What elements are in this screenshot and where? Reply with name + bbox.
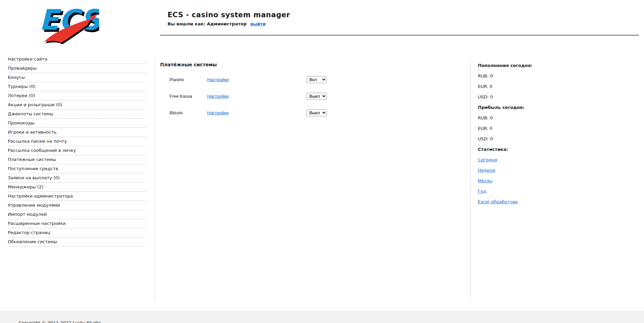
stats-link-year[interactable]: Год — [478, 189, 486, 194]
deposits-rub: RUB: 0 — [478, 73, 579, 79]
sidebar-item-site-settings[interactable]: Настройки сайта — [8, 55, 146, 64]
sidebar-item-providers[interactable]: Провайдеры — [8, 64, 146, 73]
payment-settings-link[interactable]: Настройки — [207, 110, 229, 115]
page-title: ECS - casino system manager — [168, 11, 290, 19]
divider-left — [155, 58, 155, 302]
login-status: Вы вошли как: Администратор выйти — [168, 21, 290, 26]
divider-right — [470, 58, 471, 302]
admin-page: ECS ECS ECS - casino system manager Вы в… — [0, 0, 644, 323]
login-status-label: Вы вошли как: Администратор — [168, 21, 247, 26]
payment-name: Piastrix — [170, 77, 207, 82]
footer: Copyright © 2012-2022 Lucky Studio — [0, 311, 644, 323]
copyright-text: Copyright © 2012-2022 Lucky Studio — [19, 320, 101, 323]
payment-state-select[interactable]: Выкл — [307, 93, 327, 100]
payment-row-bitcoin: Bitcoin Настройки Выкл — [160, 109, 465, 116]
stats-panel: Пополнения сегодня: RUB: 0 EUR: 0 USD: 0… — [478, 63, 579, 210]
logout-link[interactable]: выйти — [250, 21, 266, 26]
payment-row-freekassa: Free Kassa Настройки Выкл — [160, 93, 465, 99]
header-divider — [160, 35, 639, 36]
sidebar-item-promotions[interactable]: Акции и розыгрыши (0) — [8, 100, 146, 110]
deposits-eur: EUR: 0 — [478, 84, 579, 89]
payment-state-select[interactable]: Выкл — [307, 109, 327, 116]
stats-link-week[interactable]: Неделя — [478, 168, 495, 173]
sidebar-item-players-activity[interactable]: Игроки и активность — [8, 128, 146, 137]
payment-settings-link[interactable]: Настройки — [207, 77, 229, 82]
sidebar-item-system-update[interactable]: Обновление системы — [8, 237, 146, 247]
sidebar-item-incoming-funds[interactable]: Поступление средств — [8, 164, 146, 174]
stats-link-today[interactable]: Сегодня — [478, 157, 497, 162]
sidebar-item-module-import[interactable]: Импорт модулей — [8, 210, 146, 219]
sidebar-item-bonuses[interactable]: Бонусы — [8, 73, 146, 82]
sidebar-item-email-mailing[interactable]: Рассылка писем на почту — [8, 137, 146, 146]
panel-title: Платёжные системы — [160, 62, 465, 67]
sidebar-item-admin-settings[interactable]: Настройки администратора — [8, 192, 146, 201]
payment-row-piastrix: Piastrix Настройки Вкл — [160, 76, 465, 83]
profit-eur: EUR: 0 — [478, 126, 579, 131]
sidebar-item-tournaments[interactable]: Турниры (0) — [8, 82, 146, 91]
profit-usd: USD: 0 — [478, 136, 579, 142]
profit-rub: RUB: 0 — [478, 115, 579, 121]
sidebar-item-payment-systems[interactable]: Платёжные системы — [8, 155, 146, 164]
sidebar-item-payout-requests[interactable]: Заявки на выплату (0) — [8, 174, 146, 183]
sidebar-item-jackpots[interactable]: Джекпоты системы — [8, 110, 146, 119]
sidebar-item-page-editor[interactable]: Редактор страниц — [8, 228, 146, 237]
sidebar-menu: Настройки сайта Провайдеры Бонусы Турнир… — [8, 55, 146, 247]
sidebar-item-module-management[interactable]: Управление модулями — [8, 201, 146, 210]
stats-link-month[interactable]: Месяц — [478, 178, 492, 183]
payment-settings-link[interactable]: Настройки — [207, 94, 229, 99]
sidebar-item-lotteries[interactable]: Лотереи (0) — [8, 91, 146, 100]
sidebar-item-promocodes[interactable]: Промокоды — [8, 119, 146, 128]
stats-link-excel[interactable]: Excel обработчик — [478, 199, 518, 204]
sidebar-item-pm-mailing[interactable]: Рассылка сообщений в личку — [8, 146, 146, 155]
payment-name: Bitcoin — [170, 110, 207, 115]
deposits-today-title: Пополнения сегодня: — [478, 63, 579, 68]
sidebar-item-managers[interactable]: Менеджеры (2) — [8, 183, 146, 192]
header: ECS - casino system manager Вы вошли как… — [168, 11, 290, 26]
payment-state-select[interactable]: Вкл — [307, 76, 327, 83]
payment-name: Free Kassa — [170, 94, 207, 99]
statistics-title: Статистика: — [478, 147, 579, 152]
sidebar-item-advanced-settings[interactable]: Расширенные настройки — [8, 219, 146, 228]
ecs-logo[interactable]: ECS ECS — [37, 3, 99, 44]
profit-today-title: Прибыль сегодня: — [478, 105, 579, 110]
payment-systems-panel: Платёжные системы Piastrix Настройки Вкл… — [160, 62, 465, 126]
deposits-usd: USD: 0 — [478, 94, 579, 100]
